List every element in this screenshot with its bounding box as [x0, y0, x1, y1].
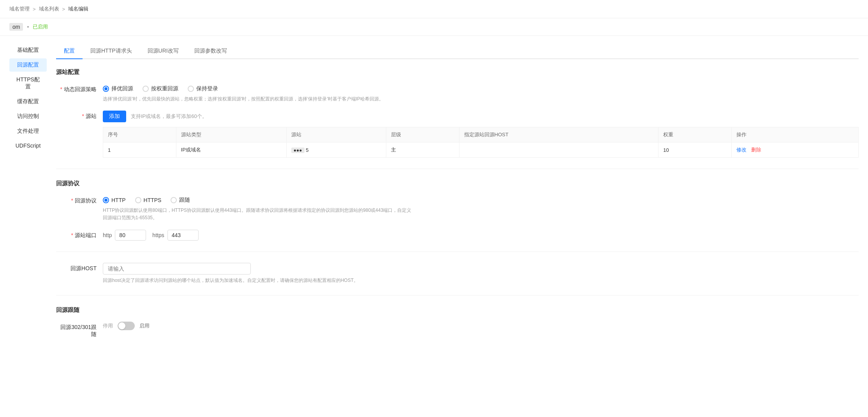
origin-label: 源站	[56, 111, 103, 120]
toggle-on-label: 启用	[139, 322, 150, 329]
host-content: 回源host决定了回源请求访问到源站的哪个站点，默认值为加速域名。自定义配置时，…	[103, 263, 859, 284]
origin-row: 源站 添加 支持IP或域名，最多可添加60个。 序号 源站类型 源站 层级	[56, 111, 859, 158]
cell-host-override	[459, 143, 658, 158]
port-content: http https	[103, 230, 859, 241]
protocol-follow[interactable]: 跟随	[171, 197, 190, 204]
https-port-input[interactable]	[167, 230, 199, 241]
col-index: 序号	[103, 127, 176, 143]
breadcrumb-sep-2: >	[62, 6, 65, 12]
protocol-follow-radio[interactable]	[171, 197, 177, 203]
toggle-row: 停用 启用	[103, 322, 859, 330]
cell-type: IP或域名	[176, 143, 286, 158]
domain-header: om • 已启用	[0, 18, 868, 36]
follow-toggle[interactable]	[118, 322, 135, 330]
cell-origin: ●●● 5	[286, 143, 386, 158]
col-type: 源站类型	[176, 127, 286, 143]
table-row: 1 IP或域名 ●●● 5 主 10 修改	[103, 143, 859, 158]
follow-content: 停用 启用	[103, 322, 859, 330]
domain-name: om	[9, 23, 23, 31]
origin-table: 序号 源站类型 源站 层级 指定源站回源HOST 权重 操作 1	[103, 127, 859, 158]
follow-label: 回源302/301跟随	[56, 322, 103, 338]
port-label: 源站端口	[56, 230, 103, 239]
cell-level: 主	[386, 143, 459, 158]
origin-row-header: 添加 支持IP或域名，最多可添加60个。	[103, 111, 859, 122]
cell-index: 1	[103, 143, 176, 158]
col-host-override: 指定源站回源HOST	[459, 127, 658, 143]
follow-row: 回源302/301跟随 停用 启用	[56, 322, 859, 338]
breadcrumb-sep-1: >	[33, 6, 36, 12]
main-layout: 基础配置 回源配置 HTTPS配置 缓存配置 访问控制 文件处理 UDFScri…	[0, 36, 868, 354]
sidebar-item-cache[interactable]: 缓存配置	[9, 95, 47, 108]
protocol-section-title: 回源协议	[56, 180, 859, 187]
tab-param-rewrite[interactable]: 回源参数改写	[187, 44, 235, 59]
protocol-http-radio[interactable]	[103, 197, 109, 203]
protocol-hint: HTTP协议回源默认使用80端口，HTTPS协议回源默认使用443端口。跟随请求…	[103, 207, 414, 222]
strategy-weight-radio[interactable]	[143, 86, 149, 92]
strategy-session-radio[interactable]	[188, 86, 194, 92]
protocol-https-radio[interactable]	[135, 197, 141, 203]
http-port-input[interactable]	[115, 230, 146, 241]
toggle-knob	[118, 322, 125, 329]
host-input[interactable]	[103, 263, 251, 274]
tab-config[interactable]: 配置	[56, 44, 83, 59]
strategy-row: 动态回源策略 择优回源 按权重回源 保持登录	[56, 84, 859, 103]
strategy-session-label: 保持登录	[196, 85, 218, 92]
sidebar-item-file[interactable]: 文件处理	[9, 125, 47, 138]
section-sep-3	[56, 295, 859, 296]
http-port-group: http	[103, 230, 146, 241]
strategy-weight-label: 按权重回源	[151, 85, 178, 92]
strategy-fast-radio[interactable]	[103, 86, 109, 92]
sidebar-item-basic[interactable]: 基础配置	[9, 44, 47, 57]
protocol-follow-label: 跟随	[179, 197, 190, 204]
tab-bar: 配置 回源HTTP请求头 回源URI改写 回源参数改写	[56, 44, 859, 59]
strategy-weight[interactable]: 按权重回源	[143, 85, 178, 92]
protocol-radio-group: HTTP HTTPS 跟随	[103, 195, 859, 204]
origin-hint: 支持IP或域名，最多可添加60个。	[131, 113, 207, 120]
https-port-group: https	[152, 230, 198, 241]
sidebar: 基础配置 回源配置 HTTPS配置 缓存配置 访问控制 文件处理 UDFScri…	[0, 44, 47, 346]
add-origin-button[interactable]: 添加	[103, 111, 126, 122]
strategy-fast[interactable]: 择优回源	[103, 85, 133, 92]
sidebar-item-udf[interactable]: UDFScript	[9, 139, 47, 152]
tab-uri-rewrite[interactable]: 回源URI改写	[140, 44, 187, 59]
origin-content: 添加 支持IP或域名，最多可添加60个。 序号 源站类型 源站 层级 指定源站回…	[103, 111, 859, 158]
protocol-https[interactable]: HTTPS	[135, 197, 162, 203]
section-sep-2	[56, 252, 859, 252]
protocol-content: HTTP HTTPS 跟随 HTTP协议回源默认使用80端口，HTTPS协议回源…	[103, 195, 859, 222]
origin-site-title: 源站配置	[56, 69, 859, 76]
delete-action[interactable]: 删除	[751, 147, 761, 153]
cell-origin-suffix: 5	[306, 147, 308, 153]
port-row: 源站端口 http https	[56, 230, 859, 241]
host-hint: 回源host决定了回源请求访问到源站的哪个站点，默认值为加速域名。自定义配置时，…	[103, 277, 375, 284]
sidebar-item-origin[interactable]: 回源配置	[9, 58, 47, 72]
col-weight: 权重	[658, 127, 732, 143]
port-group-row: http https	[103, 230, 859, 241]
breadcrumb-item-1[interactable]: 域名管理	[9, 5, 30, 12]
protocol-https-label: HTTPS	[144, 197, 162, 203]
strategy-label: 动态回源策略	[56, 84, 103, 93]
breadcrumb-item-2[interactable]: 域名列表	[39, 5, 59, 12]
strategy-radio-group: 择优回源 按权重回源 保持登录	[103, 84, 859, 92]
cell-actions: 修改 删除	[731, 143, 858, 158]
domain-status: 已启用	[33, 23, 48, 30]
col-action: 操作	[731, 127, 858, 143]
protocol-http-label: HTTP	[111, 197, 126, 203]
content-area: 配置 回源HTTP请求头 回源URI改写 回源参数改写 源站配置 动态回源策略 …	[47, 44, 868, 346]
col-origin: 源站	[286, 127, 386, 143]
cell-weight: 10	[658, 143, 732, 158]
section-sep-1	[56, 169, 859, 169]
edit-action[interactable]: 修改	[736, 147, 747, 153]
sidebar-item-access[interactable]: 访问控制	[9, 110, 47, 123]
tab-http-header[interactable]: 回源HTTP请求头	[83, 44, 140, 59]
strategy-fast-label: 择优回源	[111, 85, 133, 92]
sidebar-item-https[interactable]: HTTPS配置	[9, 73, 47, 93]
protocol-row: 回源协议 HTTP HTTPS 跟随	[56, 195, 859, 222]
breadcrumb-current: 域名编辑	[68, 5, 88, 12]
ip-masked: ●●●	[291, 148, 305, 153]
protocol-http[interactable]: HTTP	[103, 197, 126, 203]
http-port-label: http	[103, 232, 112, 238]
https-port-label: https	[152, 232, 164, 238]
col-level: 层级	[386, 127, 459, 143]
toggle-off-label: 停用	[103, 322, 113, 329]
strategy-session[interactable]: 保持登录	[188, 85, 218, 92]
